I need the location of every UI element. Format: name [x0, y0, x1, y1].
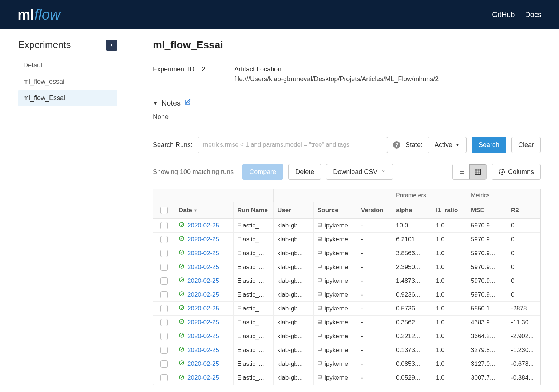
- nav-github[interactable]: GitHub: [492, 11, 515, 19]
- row-checkbox[interactable]: [160, 347, 168, 354]
- row-source: ipykerne: [313, 357, 357, 371]
- delete-button[interactable]: Delete: [288, 164, 321, 180]
- row-mse: 5970.9...: [467, 219, 507, 232]
- row-date[interactable]: 2020-02-25: [175, 219, 233, 232]
- toolbar: Showing 100 matching runs Compare Delete…: [153, 164, 541, 180]
- sidebar-title: Experiments: [18, 39, 71, 51]
- row-r2: 0: [507, 288, 540, 301]
- grid-view-button[interactable]: [469, 164, 486, 179]
- row-checkbox[interactable]: [160, 291, 168, 298]
- sidebar-item-0[interactable]: Default: [18, 57, 117, 74]
- row-checkbox[interactable]: [160, 222, 168, 229]
- status-success-icon: [179, 374, 185, 382]
- row-version: -: [357, 343, 392, 357]
- row-r2: -2.902...: [507, 329, 540, 343]
- row-checkbox[interactable]: [160, 250, 168, 257]
- laptop-icon: [317, 291, 322, 298]
- download-icon: [380, 168, 386, 176]
- row-date[interactable]: 2020-02-25: [175, 316, 233, 329]
- sidebar-item-1[interactable]: ml_flow_essai: [18, 74, 117, 90]
- select-all-checkbox[interactable]: [160, 207, 168, 214]
- experiment-meta: Experiment ID : 2 Artifact Location : fi…: [153, 66, 541, 83]
- laptop-icon: [317, 222, 322, 229]
- columns-button[interactable]: Columns: [492, 164, 541, 180]
- row-checkbox[interactable]: [160, 319, 168, 326]
- columns-label: Columns: [508, 168, 534, 176]
- row-l1-ratio: 1.0: [432, 316, 467, 329]
- status-success-icon: [179, 332, 185, 340]
- row-mse: 5970.9...: [467, 233, 507, 246]
- row-date[interactable]: 2020-02-25: [175, 343, 233, 357]
- collapse-sidebar-button[interactable]: [106, 40, 117, 51]
- col-mse[interactable]: MSE: [467, 202, 507, 218]
- help-icon[interactable]: ?: [393, 141, 400, 149]
- row-version: -: [357, 316, 392, 329]
- col-r2[interactable]: R2: [507, 202, 540, 218]
- list-view-button[interactable]: [453, 164, 469, 179]
- logo[interactable]: ml flow: [17, 7, 60, 23]
- experiment-id-label: Experiment ID :: [153, 66, 198, 73]
- row-r2: 0: [507, 219, 540, 232]
- row-date[interactable]: 2020-02-25: [175, 260, 233, 274]
- compare-button[interactable]: Compare: [242, 164, 283, 180]
- col-version[interactable]: Version: [357, 202, 392, 218]
- row-alpha: 10.0: [392, 219, 432, 232]
- sidebar-item-2[interactable]: ml_flow_Essai: [18, 90, 117, 106]
- svg-rect-28: [318, 292, 321, 294]
- state-dropdown[interactable]: Active ▼: [428, 137, 467, 153]
- row-checkbox[interactable]: [160, 264, 168, 271]
- col-date[interactable]: Date▾: [175, 202, 233, 218]
- col-user[interactable]: User: [273, 202, 313, 218]
- clear-button[interactable]: Clear: [511, 137, 541, 153]
- row-l1-ratio: 1.0: [432, 357, 467, 371]
- notes-header[interactable]: ▼ Notes: [153, 99, 541, 107]
- table-row: 2020-02-25Elastic_...klab-gb...ipykerne-…: [153, 274, 540, 288]
- row-date[interactable]: 2020-02-25: [175, 329, 233, 343]
- row-checkbox[interactable]: [160, 277, 168, 285]
- row-checkbox[interactable]: [160, 360, 168, 368]
- svg-rect-37: [318, 334, 321, 336]
- row-checkbox[interactable]: [160, 374, 168, 381]
- main: ml_flow_Essai Experiment ID : 2 Artifact…: [124, 29, 559, 392]
- runs-table: Parameters Metrics Date▾ Run Name User S…: [153, 189, 541, 385]
- search-button[interactable]: Search: [472, 137, 506, 153]
- row-run-name: Elastic_...: [233, 219, 273, 232]
- topnav: GitHub Docs: [492, 11, 542, 19]
- edit-notes-button[interactable]: [184, 99, 191, 107]
- row-date[interactable]: 2020-02-25: [175, 302, 233, 315]
- row-date[interactable]: 2020-02-25: [175, 288, 233, 301]
- row-checkbox[interactable]: [160, 236, 168, 243]
- artifact-value: file:///Users/klab-gbruneval/Desktop/Pro…: [234, 75, 439, 83]
- state-label: State:: [405, 141, 423, 149]
- row-mse: 3007.7...: [467, 371, 507, 385]
- row-date[interactable]: 2020-02-25: [175, 246, 233, 260]
- search-input[interactable]: [198, 137, 388, 153]
- laptop-icon: [317, 277, 322, 285]
- col-run-name[interactable]: Run Name: [233, 202, 273, 218]
- caret-down-icon: ▼: [455, 142, 460, 147]
- row-date[interactable]: 2020-02-25: [175, 233, 233, 246]
- row-l1-ratio: 1.0: [432, 343, 467, 357]
- svg-rect-6: [475, 169, 480, 175]
- col-alpha[interactable]: alpha: [392, 202, 432, 218]
- col-l1-ratio[interactable]: l1_ratio: [432, 202, 467, 218]
- sidebar: Experiments Defaultml_flow_essaiml_flow_…: [0, 29, 124, 392]
- row-date[interactable]: 2020-02-25: [175, 357, 233, 371]
- row-checkbox[interactable]: [160, 333, 168, 340]
- row-user: klab-gb...: [273, 219, 313, 232]
- row-mse: 5970.9...: [467, 288, 507, 301]
- download-csv-button[interactable]: Download CSV: [326, 164, 393, 180]
- status-success-icon: [179, 346, 185, 354]
- nav-docs[interactable]: Docs: [525, 11, 542, 19]
- col-source[interactable]: Source: [313, 202, 357, 218]
- params-group-header: Parameters: [392, 189, 432, 202]
- topbar: ml flow GitHub Docs: [0, 0, 559, 29]
- row-version: -: [357, 219, 392, 232]
- row-mse: 5970.9...: [467, 246, 507, 260]
- row-checkbox[interactable]: [160, 305, 168, 312]
- row-date[interactable]: 2020-02-25: [175, 274, 233, 288]
- svg-rect-13: [318, 223, 321, 225]
- row-date[interactable]: 2020-02-25: [175, 371, 233, 385]
- page-title: ml_flow_Essai: [153, 39, 541, 51]
- laptop-icon: [317, 305, 322, 312]
